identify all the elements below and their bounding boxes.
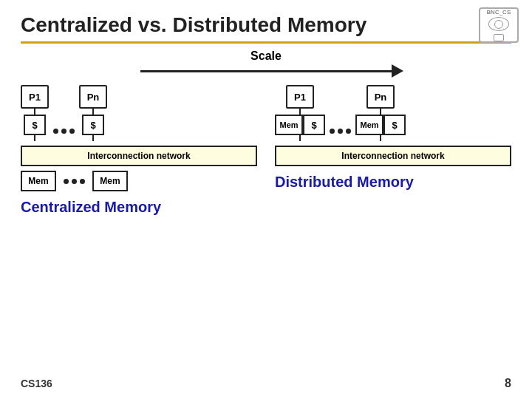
cent-interconnect: Interconnection network	[21, 146, 257, 166]
main-title: Centralized vs. Distributed Memory	[21, 13, 511, 37]
course-label: CS136	[21, 378, 52, 389]
dot2	[61, 129, 66, 134]
proc1-unit: P1 $	[21, 85, 49, 141]
title-section: Centralized vs. Distributed Memory	[21, 13, 511, 44]
ddot2	[338, 129, 343, 134]
dist-procN-vline2	[380, 135, 381, 141]
cent-mem2: Mem	[92, 171, 128, 191]
scale-arrow-row: Scale	[21, 50, 511, 78]
procN-unit: Pn $	[79, 85, 107, 141]
memdot2	[72, 179, 77, 184]
page-number: 8	[505, 377, 511, 390]
cache1-vline	[34, 135, 35, 141]
dist-proc1-box: P1	[286, 85, 314, 109]
dist-memN-left: Mem	[355, 115, 383, 135]
procN-box: Pn	[79, 85, 107, 109]
dist-procN-unit: Pn Mem $	[355, 85, 406, 141]
cache1-box: $	[24, 115, 46, 135]
centralized-diagram: P1 $ Pn $	[21, 85, 257, 216]
distributed-diagram: P1 Mem $ Pn	[275, 85, 511, 191]
memdot3	[80, 179, 85, 184]
ddot1	[330, 129, 335, 134]
dist-procN-vline	[380, 109, 381, 115]
proc1-vline	[34, 109, 35, 115]
dist-dots	[330, 129, 351, 134]
dist-proc1-unit: P1 Mem $	[275, 85, 325, 141]
scale-label: Scale	[250, 50, 282, 63]
cacheN-vline	[92, 135, 94, 141]
ddot3	[346, 129, 351, 134]
cent-mem1: Mem	[21, 171, 56, 191]
dist-proc1-vline2	[299, 135, 301, 141]
proc1-box: P1	[21, 85, 49, 109]
scale-container: Scale	[118, 50, 414, 78]
dist-mem1-left: Mem	[275, 115, 303, 135]
dist-procN-box: Pn	[366, 85, 395, 109]
dot3	[69, 129, 75, 134]
distributed-label: Distributed Memory	[275, 174, 511, 191]
dist-proc1-vline	[299, 109, 301, 115]
scale-arrow-head	[392, 64, 403, 78]
diagrams-row: P1 $ Pn $	[21, 85, 511, 216]
title-underline	[21, 41, 511, 44]
footer: CS136 8	[21, 377, 511, 390]
logo: BNC_CS	[479, 7, 519, 43]
cent-dots	[53, 129, 75, 134]
procN-vline	[92, 109, 94, 115]
dist-cache1: $	[303, 115, 325, 135]
cent-mem-row: Mem Mem	[21, 171, 257, 191]
dot1	[53, 129, 58, 134]
page: BNC_CS Centralized vs. Distributed Memor…	[0, 0, 532, 399]
dist-cacheN: $	[383, 115, 406, 135]
cacheN-box: $	[82, 115, 104, 135]
scale-arrow-line	[140, 70, 392, 72]
memdot1	[64, 179, 69, 184]
dist-interconnect: Interconnection network	[275, 146, 511, 166]
scale-arrow	[140, 64, 392, 78]
centralized-label: Centralized Memory	[21, 199, 257, 216]
